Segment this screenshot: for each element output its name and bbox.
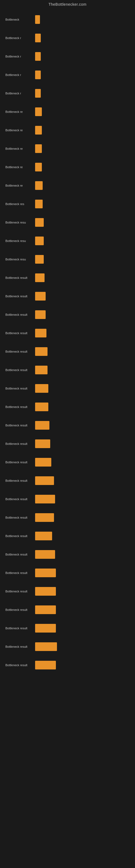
bar-label: Bottleneck result	[5, 608, 35, 611]
bar-track	[35, 329, 130, 337]
bar-track: 49	[35, 476, 130, 485]
bar-track	[35, 199, 130, 208]
bar-fill	[35, 181, 43, 190]
bar-fill	[35, 15, 40, 24]
bar-fill	[35, 273, 45, 282]
bar-row: Bottleneck result	[5, 324, 130, 342]
bar-row: Bottleneck result53.8	[5, 619, 130, 638]
bar-row: Bottleneck result54.4	[5, 638, 130, 656]
bar-row: Bottleneck result53.5	[5, 600, 130, 619]
bar-track	[35, 255, 130, 264]
bar-label: Bottleneck r	[5, 36, 35, 40]
bar-label: Bottleneck resu	[5, 221, 35, 224]
bar-label: Bottleneck resu	[5, 239, 35, 243]
bar-label: Bottleneck result	[5, 461, 35, 464]
bar-fill	[35, 587, 56, 596]
bar-row: Bottleneck r	[5, 66, 130, 84]
bar-row: Bottleneck resu	[5, 231, 130, 250]
bar-fill	[35, 237, 44, 245]
bar-fill	[35, 550, 55, 559]
bar-fill	[35, 366, 48, 374]
bar-label: Bottleneck re	[5, 184, 35, 187]
bar-fill	[35, 292, 46, 301]
bar-track: 52.	[35, 661, 130, 670]
bar-label: Bottleneck result	[5, 571, 35, 575]
bar-label: Bottleneck result	[5, 645, 35, 648]
bar-fill	[35, 403, 48, 411]
bar-fill	[35, 126, 42, 134]
bar-row: Bottleneck result4	[5, 453, 130, 471]
bar-track	[35, 181, 130, 190]
bar-fill	[35, 199, 43, 208]
bar-track: 53.2	[35, 568, 130, 577]
bar-row: Bottleneck re	[5, 121, 130, 140]
bar-fill	[35, 606, 56, 614]
bar-row: Bottleneck result53.2	[5, 564, 130, 582]
bar-track: 52.5	[35, 587, 130, 596]
bar-row: Bottleneck result	[5, 435, 130, 453]
bar-row: Bottleneck result	[5, 342, 130, 361]
bar-row: Bottleneck result	[5, 269, 130, 287]
bar-track	[35, 126, 130, 134]
bar-label: Bottleneck result	[5, 424, 35, 427]
bar-label: Bottleneck result	[5, 497, 35, 501]
bar-label: Bottleneck result	[5, 590, 35, 593]
bar-row: Bottleneck result51.	[5, 545, 130, 564]
bar-track: 4	[35, 532, 130, 540]
bar-row: Bottleneck re	[5, 102, 130, 121]
bar-label: Bottleneck result	[5, 368, 35, 372]
bar-row: Bottleneck resu	[5, 250, 130, 269]
bar-label: Bottleneck result	[5, 479, 35, 482]
bar-label: Bottleneck r	[5, 92, 35, 95]
bar-label: Bottleneck result	[5, 313, 35, 316]
bar-fill	[35, 144, 42, 153]
bar-label: Bottleneck result	[5, 534, 35, 538]
bar-row: Bottleneck result49	[5, 471, 130, 490]
bar-row: Bottleneck re	[5, 140, 130, 158]
bar-fill	[35, 495, 55, 503]
bar-fill	[35, 513, 54, 522]
bar-row: Bottleneck res	[5, 195, 130, 213]
bar-label: Bottleneck result	[5, 553, 35, 556]
bar-track	[35, 384, 130, 393]
bar-track	[35, 310, 130, 319]
bar-fill	[35, 642, 57, 651]
bar-fill	[35, 329, 46, 337]
bar-track	[35, 403, 130, 411]
bar-fill	[35, 34, 41, 42]
bar-track	[35, 70, 130, 79]
bar-track	[35, 144, 130, 153]
bar-fill	[35, 70, 41, 79]
bar-row: Bottleneck result52.	[5, 656, 130, 674]
bar-track	[35, 421, 130, 430]
bar-row: Bottleneck r	[5, 29, 130, 47]
bar-track	[35, 218, 130, 227]
bar-track	[35, 347, 130, 356]
bar-track	[35, 15, 130, 24]
bar-track: 53.8	[35, 624, 130, 632]
bar-track	[35, 237, 130, 245]
bar-label: Bottleneck re	[5, 129, 35, 132]
bar-row: Bottleneck result	[5, 379, 130, 398]
bar-row: Bottleneck	[5, 10, 130, 29]
bar-fill	[35, 476, 54, 485]
bar-fill	[35, 163, 42, 172]
bar-row: Bottleneck result52.5	[5, 582, 130, 600]
bar-track: 51.	[35, 495, 130, 503]
bar-label: Bottleneck res	[5, 203, 35, 206]
bar-row: Bottleneck result4	[5, 527, 130, 545]
bar-row: Bottleneck re	[5, 158, 130, 176]
bar-row: Bottleneck result	[5, 305, 130, 324]
bar-label: Bottleneck result	[5, 387, 35, 390]
bar-track	[35, 52, 130, 61]
bar-fill	[35, 384, 48, 393]
bar-track: 51.	[35, 550, 130, 559]
bar-track	[35, 89, 130, 98]
bar-row: Bottleneck result	[5, 287, 130, 305]
bar-track	[35, 292, 130, 301]
bar-label: Bottleneck	[5, 18, 35, 21]
bar-fill	[35, 89, 41, 98]
bar-row: Bottleneck result49	[5, 508, 130, 527]
bar-label: Bottleneck r	[5, 73, 35, 76]
bar-label: Bottleneck re	[5, 110, 35, 113]
